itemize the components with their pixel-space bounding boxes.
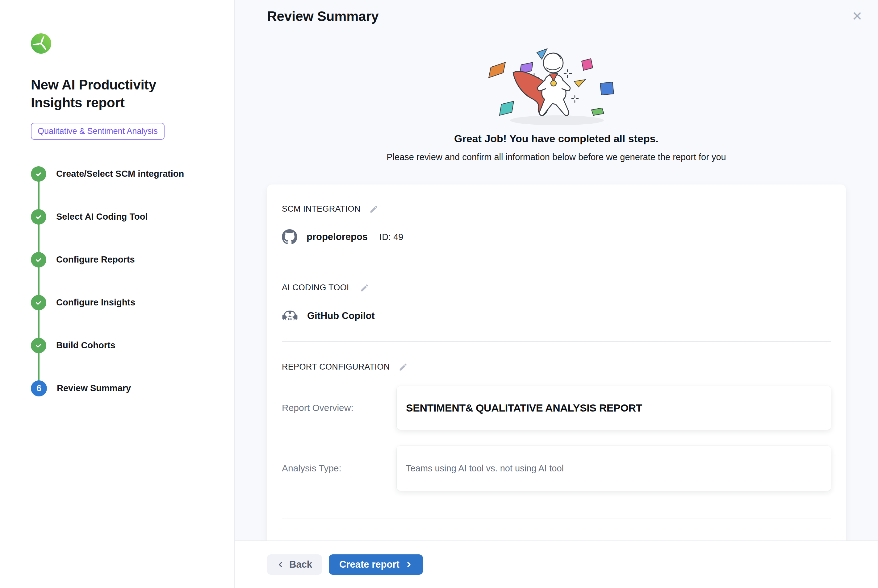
report-overview-row: Report Overview: SENTIMENT& QUALITATIVE … [282,386,831,430]
step-configure-reports[interactable]: Configure Reports [31,238,204,281]
back-button[interactable]: Back [267,554,322,575]
chevron-right-icon [405,561,412,568]
report-config-section-header: REPORT CONFIGURATION [282,362,831,372]
step-review-summary[interactable]: 6 Review Summary [31,367,204,410]
pencil-icon [398,363,408,372]
step-label: Create/Select SCM integration [56,169,184,179]
step-number-badge: 6 [31,380,47,396]
step-label: Configure Reports [56,255,135,265]
report-overview-value-box: SENTIMENT& QUALITATIVE ANALYSIS REPORT [397,386,831,430]
step-check-icon [31,209,46,225]
completion-heading: Great Job! You have completed all steps. [235,133,878,145]
wizard-sidebar: New AI Productivity Insights report Qual… [0,0,235,588]
section-divider [282,519,831,519]
analysis-type-row: Analysis Type: Teams using AI tool vs. n… [282,446,831,491]
create-report-button[interactable]: Create report [329,554,423,575]
edit-report-config-button[interactable] [398,363,408,372]
back-button-label: Back [289,559,312,570]
ai-tool-section-label: AI CODING TOOL [282,283,351,292]
pencil-icon [369,204,379,214]
scm-integration-name: propelorepos [307,231,368,243]
close-icon[interactable]: ✕ [850,8,864,25]
section-divider [282,261,831,261]
scm-integration-id: ID: 49 [379,232,403,242]
completion-subheading: Please review and confirm all informatio… [235,152,878,162]
pencil-icon [360,283,369,292]
chevron-left-icon [277,561,284,568]
analysis-type-badge: Qualitative & Sentiment Analysis [31,123,165,140]
ai-tool-section-header: AI CODING TOOL [282,283,831,292]
step-check-icon [31,295,46,310]
celebration-illustration [476,43,637,130]
ai-tool-row: GitHub Copilot [282,308,831,324]
page-title: Review Summary [267,9,379,24]
review-summary-panel: Review Summary ✕ [235,0,878,540]
summary-card: SCM INTEGRATION propelorepos ID: 49 AI C… [267,184,846,540]
analysis-type-value: Teams using AI tool vs. not using AI too… [406,464,564,474]
propeller-logo-icon [31,33,51,54]
step-label: Review Summary [57,383,131,393]
step-build-cohorts[interactable]: Build Cohorts [31,324,204,367]
step-check-icon [31,166,46,182]
wizard-footer: Back Create report [235,540,878,588]
step-label: Configure Insights [56,297,135,308]
github-copilot-icon [282,308,298,324]
step-check-icon [31,338,46,353]
edit-scm-button[interactable] [369,204,379,214]
analysis-type-value-box: Teams using AI tool vs. not using AI too… [397,446,831,491]
report-config-section-label: REPORT CONFIGURATION [282,362,390,372]
report-overview-label: Report Overview: [282,403,397,413]
github-icon [282,229,297,244]
step-label: Select AI Coding Tool [56,212,147,222]
wizard-steps: Create/Select SCM integration Select AI … [31,152,204,410]
step-select-ai-tool[interactable]: Select AI Coding Tool [31,195,204,238]
step-check-icon [31,252,46,267]
section-divider [282,341,831,342]
report-title: New AI Productivity Insights report [31,76,179,112]
completion-hero: Great Job! You have completed all steps.… [235,43,878,162]
report-overview-value: SENTIMENT& QUALITATIVE ANALYSIS REPORT [406,402,642,414]
ai-tool-name: GitHub Copilot [307,310,375,321]
scm-integration-row: propelorepos ID: 49 [282,229,831,244]
scm-section-header: SCM INTEGRATION [282,204,831,214]
analysis-type-label: Analysis Type: [282,463,397,474]
edit-ai-tool-button[interactable] [360,283,369,292]
scm-section-label: SCM INTEGRATION [282,204,361,214]
create-report-button-label: Create report [339,559,400,570]
panel-header: Review Summary ✕ [235,0,878,31]
step-configure-insights[interactable]: Configure Insights [31,281,204,324]
step-label: Build Cohorts [56,340,116,351]
step-create-select-scm[interactable]: Create/Select SCM integration [31,152,204,195]
